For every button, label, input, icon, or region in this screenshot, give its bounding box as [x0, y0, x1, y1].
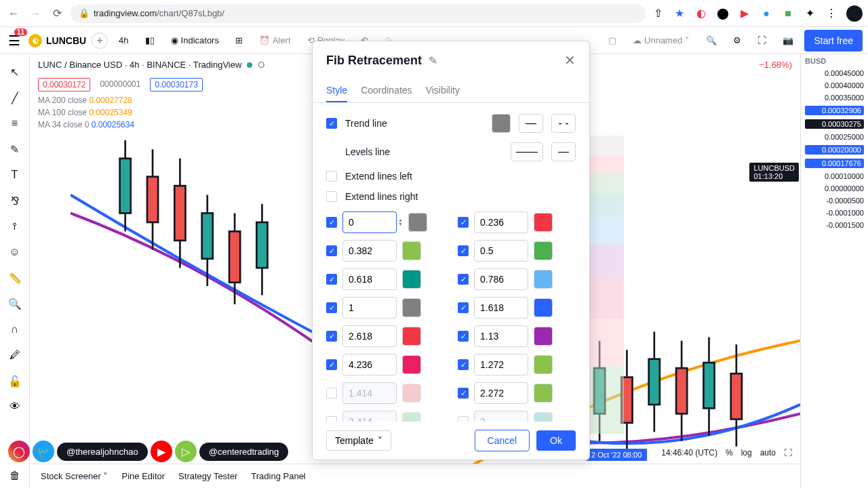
forecast-tool-icon[interactable]: ⫯ [3, 214, 27, 239]
level-checkbox[interactable]: ✓ [326, 359, 337, 370]
search-icon[interactable]: 🔍 [701, 33, 722, 48]
level-checkbox[interactable] [326, 388, 337, 399]
pattern-tool-icon[interactable]: ⅋ [3, 188, 27, 213]
level-input[interactable] [474, 297, 528, 319]
log-toggle[interactable]: log [741, 448, 752, 458]
alert-button[interactable]: ⏰ Alert [254, 33, 296, 48]
level-input[interactable] [342, 354, 397, 375]
twitter-icon[interactable]: 🐦 [33, 441, 54, 462]
back-icon[interactable]: ← [5, 5, 22, 22]
level-input[interactable] [342, 240, 397, 262]
youtube-icon[interactable]: ▶ [151, 441, 172, 462]
level-input[interactable] [474, 211, 528, 233]
stepper-icon[interactable]: ▲▼ [398, 218, 403, 226]
level-input[interactable] [342, 268, 397, 290]
level-color[interactable] [534, 412, 553, 422]
auto-toggle[interactable]: auto [760, 448, 776, 458]
extend-right-checkbox[interactable] [326, 191, 337, 202]
level-checkbox[interactable]: ✓ [458, 388, 469, 399]
start-free-button[interactable]: Start free [804, 30, 863, 52]
star-icon[interactable]: ★ [673, 7, 686, 20]
ok-button[interactable]: Ok [536, 430, 576, 451]
candles-icon[interactable]: ▮▯ [140, 33, 160, 48]
level-input[interactable] [474, 411, 528, 422]
level-color[interactable] [408, 213, 427, 232]
add-symbol-button[interactable]: + [92, 33, 108, 49]
fullscreen-icon[interactable]: ⛶ [752, 33, 772, 48]
reload-icon[interactable]: ⟳ [49, 5, 65, 22]
hamburger-icon[interactable]: ☰11 [5, 30, 23, 52]
level-checkbox[interactable]: ✓ [326, 331, 337, 342]
trash-tool-icon[interactable]: 🗑 [3, 464, 27, 488]
indicators-button[interactable]: ◉ Indicators [165, 33, 224, 48]
level-color[interactable] [402, 412, 421, 422]
symbol-button[interactable]: ◐ LUNCBU [28, 34, 86, 47]
ext5-icon[interactable]: ■ [781, 7, 795, 20]
level-color[interactable] [534, 270, 553, 289]
fullscreen-chart-icon[interactable]: ⛶ [784, 448, 792, 458]
level-color[interactable] [534, 327, 553, 346]
share-icon[interactable]: ⇧ [651, 7, 665, 20]
magnet-tool-icon[interactable]: ∩ [3, 317, 27, 342]
trend-line-checkbox[interactable]: ✓ [326, 118, 337, 129]
tab-pine-editor[interactable]: Pine Editor [122, 471, 165, 481]
level-checkbox[interactable]: ✓ [326, 274, 337, 285]
level-color[interactable] [402, 384, 421, 403]
menu-icon[interactable]: ⋮ [825, 7, 838, 20]
percent-toggle[interactable]: % [726, 448, 733, 458]
cancel-button[interactable]: Cancel [475, 430, 530, 451]
level-input[interactable] [474, 240, 528, 262]
trend-color[interactable] [492, 114, 511, 133]
unlock-tool-icon[interactable]: 🔓 [3, 369, 27, 393]
tab-stock-screener[interactable]: Stock Screener ˅ [41, 471, 108, 481]
level-color[interactable] [534, 298, 553, 317]
close-icon[interactable]: ✕ [564, 52, 576, 68]
level-checkbox[interactable]: ✓ [458, 274, 469, 285]
level-color[interactable] [402, 298, 421, 317]
level-checkbox[interactable]: ✓ [458, 331, 469, 342]
level-color[interactable] [402, 327, 421, 346]
layout-name[interactable]: ☁ Unnamed ˅ [627, 33, 695, 48]
level-color[interactable] [534, 241, 553, 260]
level-color[interactable] [402, 355, 421, 374]
levels-line-style[interactable]: ―― [511, 142, 543, 161]
price-scale[interactable]: BUSD 0.00045000 0.00040000 0.00035000 0.… [800, 54, 868, 488]
lock-tool-icon[interactable]: 🖉 [3, 343, 27, 367]
level-checkbox[interactable]: ✓ [458, 302, 469, 313]
level-color[interactable] [534, 213, 553, 232]
trend-dash-style[interactable]: - - [551, 114, 576, 133]
level-input[interactable] [342, 297, 397, 319]
level-checkbox[interactable] [326, 416, 337, 422]
tab-style[interactable]: Style [326, 79, 347, 102]
ext1-icon[interactable]: ◐ [694, 7, 708, 20]
avatar-icon[interactable] [846, 5, 863, 22]
level-checkbox[interactable]: ✓ [326, 302, 337, 313]
eye-tool-icon[interactable]: 👁 [3, 394, 27, 419]
level-input[interactable] [342, 382, 397, 404]
ext4-icon[interactable]: ● [760, 7, 773, 20]
text-tool-icon[interactable]: T [3, 163, 27, 187]
level-checkbox[interactable]: ✓ [458, 359, 469, 370]
url-bar[interactable]: 🔒 tradingview.com/chart/Q87sLbgb/ [71, 4, 646, 23]
templates-icon[interactable]: ⊞ [230, 33, 248, 48]
tab-strategy-tester[interactable]: Strategy Tester [178, 471, 237, 481]
tab-visibility[interactable]: Visibility [426, 79, 460, 102]
edit-icon[interactable]: ✎ [429, 54, 437, 67]
level-input[interactable] [474, 382, 528, 404]
level-input[interactable] [474, 325, 528, 347]
level-checkbox[interactable]: ✓ [458, 217, 469, 228]
zoom-tool-icon[interactable]: 🔍 [3, 291, 27, 316]
trend-line-style[interactable]: ― [519, 114, 543, 133]
level-input[interactable] [474, 354, 528, 375]
forward-icon[interactable]: → [27, 5, 43, 22]
instagram-icon[interactable]: ◯ [8, 441, 30, 462]
puzzle-icon[interactable]: ✦ [803, 7, 816, 20]
tab-coordinates[interactable]: Coordinates [361, 79, 412, 102]
level-input[interactable] [342, 325, 397, 347]
ruler-tool-icon[interactable]: 📏 [3, 266, 27, 290]
level-checkbox[interactable] [458, 416, 469, 422]
layout-icon[interactable]: ▢ [603, 33, 622, 48]
emoji-tool-icon[interactable]: ☺ [3, 240, 27, 264]
level-checkbox[interactable]: ✓ [326, 217, 337, 228]
brush-tool-icon[interactable]: ✎ [3, 137, 27, 161]
